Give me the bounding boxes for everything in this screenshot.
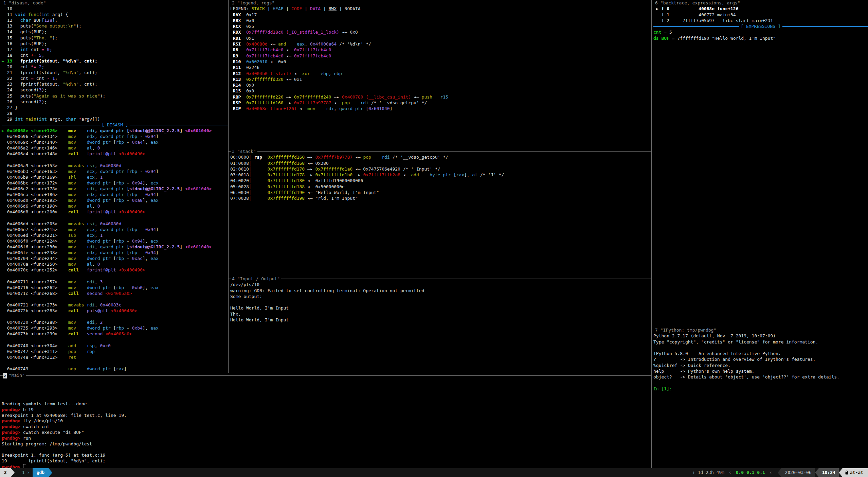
terminal-line <box>2 157 228 163</box>
text-segment: R9 <box>230 53 238 58</box>
text-segment: 0x40070c <func+252> <box>2 267 68 272</box>
text-segment: rbp <box>116 256 124 261</box>
text-segment: 0x7fffffffd1a0 <box>315 166 352 172</box>
terminal-line: Hello World, I'm Input <box>230 317 651 323</box>
text-segment: /* '__vdso_getcpu' */ <box>390 155 448 160</box>
lock-icon <box>845 471 848 475</box>
gdb-console-content[interactable]: Reading symbols from test...done.pwndbg>… <box>0 378 651 468</box>
text-segment: ], <box>143 198 150 203</box>
uptime-arrow-icon: ↑ <box>692 468 695 477</box>
text-segment <box>76 198 87 203</box>
text-segment: ; <box>41 64 44 69</box>
pane-main-gdb-console[interactable]: 5 "Main" Reading symbols from test...don… <box>0 373 651 468</box>
pane-content: 00:0000│ rsp 0x7fffffffd160 —▸ 0x7ffff7b… <box>229 154 651 201</box>
text-segment: 06:0030 <box>230 190 249 195</box>
text-segment: Breakpoint 1 at 0x40068e: file test.c, l… <box>2 413 127 418</box>
window-tab-gdb[interactable]: gdb <box>33 468 49 477</box>
text-segment: ]; <box>52 18 58 23</box>
text-segment: qword ptr <box>339 106 363 111</box>
text-segment: ecx <box>87 175 94 180</box>
terminal-line: 01:0008│ 0x7fffffffd168 ◂— 0x380 <box>230 160 651 166</box>
text-segment: , <box>95 227 100 232</box>
pane-ipython[interactable]: 7 "IPython: tmp/pwndbg" Python 2.7.17 (d… <box>652 327 868 468</box>
text-segment: ► 0x40068e <func+126> <box>2 128 68 133</box>
text-segment: 0xa4 <box>132 140 143 145</box>
text-segment: pop <box>68 349 76 354</box>
text-segment: rbp <box>129 169 137 174</box>
text-segment <box>76 204 87 209</box>
terminal-line <box>653 380 868 386</box>
text-segment: 10 <box>2 6 15 11</box>
text-segment: 27 } <box>2 105 18 110</box>
pane-legend-regs[interactable]: 2 "legend, regs" LEGEND: STACK | HEAP | … <box>229 0 651 148</box>
text-segment: dword ptr <box>87 285 110 290</box>
text-segment: 0x7ffff7fcb4c0 <box>246 53 284 58</box>
terminal-line: pwndbg> b 19 <box>2 407 651 413</box>
text-segment: = 7fffffffd190 "Hello World, I'm Input" <box>669 36 776 41</box>
text-segment: 0x0 <box>241 83 254 88</box>
text-segment: 0x400696 <func+134> <box>2 134 68 139</box>
pane-input-output[interactable]: 4 "Input / Output" /dev/pts/10warning: G… <box>229 276 651 373</box>
text-segment: eax <box>150 140 158 145</box>
text-segment: mov <box>68 285 76 290</box>
hostname-badge: at-at <box>843 468 868 477</box>
terminal-line: 00:0000│ rsp 0x7fffffffd160 —▸ 0x7ffff7b… <box>230 154 651 160</box>
uptime-text: 1d 23h 49m <box>698 468 724 477</box>
terminal-line: RBX 0x0 <box>230 18 651 23</box>
text-segment: ecx <box>87 233 94 238</box>
pane-disasm-code[interactable]: 1 "disasm, code" 10 11 void func(int arg… <box>0 0 228 373</box>
window-index[interactable]: 1 <box>20 468 27 477</box>
text-segment: 0x4004b0 (_start) <box>246 71 291 76</box>
text-segment: ], <box>464 172 472 177</box>
terminal-line <box>2 314 228 319</box>
text-segment: 0x17 <box>241 12 257 17</box>
terminal-line: R8 0x7ffff7fcb4c0 ◂— 0x7ffff7fcb4c0 <box>230 47 651 53</box>
text-segment: rbp <box>129 227 137 232</box>
pane-backtrace-expressions[interactable]: 6 "backtrace, expressions, args" ► f 0 4… <box>652 0 868 327</box>
text-segment <box>262 155 268 160</box>
text-segment: 0x7fffffffd160 <box>268 155 305 160</box>
terminal-line: 14 gets(BUF); <box>2 29 228 35</box>
text-segment: , <box>95 192 100 197</box>
text-segment: 1 <box>100 175 103 180</box>
terminal-cursor <box>23 464 26 468</box>
terminal-line: RBP 0x7fffffffd220 —▸ 0x7fffffffd240 —▸ … <box>230 94 651 100</box>
text-segment: ebp <box>321 71 328 76</box>
text-segment: 14 gets(BUF); <box>2 29 47 34</box>
text-segment: ], <box>143 256 150 261</box>
pane-number: 4 <box>231 276 235 282</box>
session-badge[interactable]: 2 <box>0 468 11 477</box>
text-segment <box>76 238 87 244</box>
terminal-line: 0x4006ca <func+186> mov edx, dword ptr [… <box>2 192 228 197</box>
text-segment: main <box>25 117 36 122</box>
terminal-line: R11 0x246 <box>230 65 651 70</box>
pane-stack[interactable]: 3 "stack" 00:0000│ rsp 0x7fffffffd160 —▸… <box>229 148 651 276</box>
chevron-left-icon: ‹ <box>769 468 773 477</box>
text-segment: ◂— 0x50000000e <box>305 184 344 189</box>
terminal-line: 07:0038│ 0x7fffffffd198 ◂— "rld, I'm Inp… <box>230 195 651 201</box>
terminal-line: 0x4006bc <func+172> mov dword ptr [rbp -… <box>2 180 228 186</box>
text-segment: , cnt); <box>79 82 97 87</box>
text-segment: 13 puts( <box>2 23 34 29</box>
pane-header: 5 "Main" <box>0 373 651 378</box>
terminal-line: pwndbg> cwatch cnt <box>2 424 651 430</box>
text-segment: int <box>41 12 49 17</box>
text-segment: 15 puts( <box>2 35 34 40</box>
text-segment <box>419 172 430 177</box>
text-segment: ecx <box>150 180 158 186</box>
text-segment <box>371 155 382 160</box>
text-segment: dword ptr <box>100 227 124 232</box>
text-segment: - <box>137 192 145 197</box>
terminal-line: Starting program: /tmp/pwndbg/test <box>2 441 651 447</box>
text-segment: 0 <box>97 262 100 267</box>
text-segment: ], <box>143 140 150 145</box>
text-segment: and <box>278 41 286 47</box>
text-segment: void <box>15 12 25 17</box>
pane-title: "IPython: tmp/pwndbg" <box>661 327 716 333</box>
text-segment <box>50 76 52 81</box>
text-segment: char <box>20 18 31 23</box>
text-segment: Hello World, I'm Input <box>230 305 289 311</box>
text-segment: [ <box>111 198 116 203</box>
text-segment: , <box>329 71 334 76</box>
terminal-line: %quickref -> Quick reference. <box>653 363 868 368</box>
